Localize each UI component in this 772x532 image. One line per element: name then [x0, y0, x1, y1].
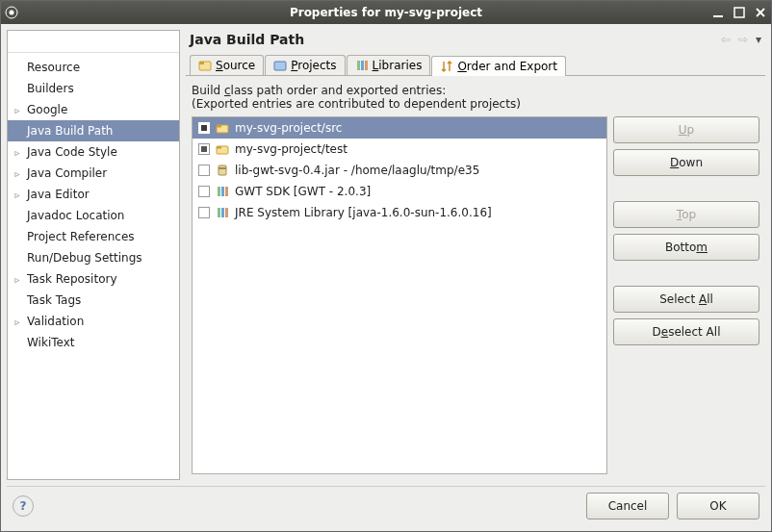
category-label: Resource	[27, 61, 80, 74]
tab-order-and-export[interactable]: Order and Export	[431, 56, 566, 76]
svg-rect-16	[219, 165, 226, 175]
svg-rect-7	[199, 62, 204, 64]
tab-label: Projects	[291, 59, 336, 72]
cancel-button[interactable]: Cancel	[586, 493, 669, 519]
category-item[interactable]: ▹Java Editor	[8, 184, 179, 205]
help-button[interactable]: ?	[13, 495, 34, 517]
svg-rect-9	[357, 61, 360, 70]
back-icon[interactable]: ⇦	[721, 33, 731, 46]
projects-tab-icon	[273, 59, 287, 72]
select-all-button[interactable]: Select All	[613, 286, 759, 313]
tab-label: Libraries	[373, 59, 423, 72]
top-button[interactable]: Top	[613, 201, 759, 228]
tab-libraries[interactable]: Libraries	[347, 55, 431, 75]
category-item[interactable]: Builders	[8, 78, 179, 99]
export-checkbox[interactable]	[198, 186, 210, 197]
classpath-entry[interactable]: JRE System Library [java-1.6.0-sun-1.6.0…	[193, 202, 606, 223]
category-label: Java Build Path	[27, 124, 113, 138]
category-item[interactable]: ▹Java Code Style	[8, 141, 179, 163]
order-export-panel: Build class path order and exported entr…	[186, 76, 765, 480]
library-icon	[216, 206, 229, 219]
forward-icon[interactable]: ⇨	[738, 33, 748, 46]
tab-bar: SourceProjectsLibrariesOrder and Export	[186, 55, 765, 76]
main-panel: Java Build Path ⇦ ⇨ ▾ SourceProjectsLibr…	[186, 30, 765, 480]
entry-label: JRE System Library [java-1.6.0-sun-1.6.0…	[235, 206, 492, 219]
list-area: my-svg-project/srcmy-svg-project/testlib…	[192, 116, 759, 474]
entry-label: my-svg-project/src	[235, 121, 342, 135]
jar-icon	[216, 164, 229, 177]
classpath-entry[interactable]: lib-gwt-svg-0.4.jar - /home/laaglu/tmp/e…	[193, 160, 606, 181]
ok-button[interactable]: OK	[677, 493, 759, 519]
category-tree[interactable]: ResourceBuilders▹GoogleJava Build Path▹J…	[8, 53, 179, 479]
app-icon	[5, 6, 18, 19]
maximize-button[interactable]	[733, 6, 746, 19]
category-item[interactable]: ▹Task Repository	[8, 268, 179, 290]
category-label: Task Repository	[27, 272, 117, 286]
up-button[interactable]: Up	[613, 116, 759, 143]
svg-rect-13	[217, 125, 221, 128]
tab-projects[interactable]: Projects	[265, 55, 345, 75]
close-button[interactable]	[754, 6, 767, 19]
category-label: Builders	[27, 82, 74, 95]
svg-rect-3	[734, 8, 744, 17]
source-tab-icon	[198, 59, 212, 72]
export-checkbox[interactable]	[198, 165, 210, 176]
export-checkbox[interactable]	[198, 207, 210, 218]
export-checkbox[interactable]	[198, 122, 210, 134]
category-item[interactable]: Run/Debug Settings	[8, 247, 179, 268]
category-item[interactable]: ▹Validation	[8, 311, 179, 332]
category-label: Task Tags	[27, 293, 81, 307]
category-label: Project References	[27, 230, 135, 243]
entry-label: lib-gwt-svg-0.4.jar - /home/laaglu/tmp/e…	[235, 164, 479, 177]
titlebar[interactable]: Properties for my-svg-project	[1, 1, 771, 24]
menu-chevron-icon[interactable]: ▾	[756, 33, 761, 46]
category-label: Java Compiler	[27, 166, 107, 180]
svg-rect-2	[713, 15, 723, 17]
minimize-button[interactable]	[711, 6, 725, 19]
category-label: Run/Debug Settings	[27, 251, 142, 265]
expand-arrow-icon: ▹	[12, 105, 23, 115]
expand-arrow-icon: ▹	[12, 317, 23, 327]
svg-rect-23	[225, 208, 228, 217]
svg-rect-11	[365, 61, 368, 70]
classpath-entry-list[interactable]: my-svg-project/srcmy-svg-project/testlib…	[192, 116, 607, 474]
category-label: Java Code Style	[27, 145, 117, 159]
svg-point-1	[10, 11, 14, 15]
category-item[interactable]: WikiText	[8, 332, 179, 353]
description-line: Build class path order and exported entr…	[192, 84, 759, 97]
bottom-button[interactable]: Bottom	[613, 234, 759, 261]
category-item[interactable]: Javadoc Location	[8, 205, 179, 226]
package-icon	[216, 142, 229, 156]
entry-label: GWT SDK [GWT - 2.0.3]	[235, 185, 371, 198]
category-filter-input[interactable]	[8, 31, 179, 53]
svg-rect-21	[218, 208, 220, 217]
category-label: Javadoc Location	[27, 209, 124, 222]
expand-arrow-icon: ▹	[12, 168, 23, 179]
category-item[interactable]: Task Tags	[8, 290, 179, 311]
window-controls	[711, 6, 767, 19]
classpath-entry[interactable]: GWT SDK [GWT - 2.0.3]	[193, 181, 606, 202]
library-icon	[216, 185, 229, 198]
export-checkbox[interactable]	[198, 143, 210, 155]
category-item[interactable]: ▹Java Compiler	[8, 163, 179, 184]
footer-buttons: Cancel OK	[586, 493, 759, 519]
category-item[interactable]: Resource	[8, 57, 179, 78]
svg-rect-19	[221, 187, 224, 196]
classpath-entry[interactable]: my-svg-project/src	[193, 117, 606, 139]
category-item[interactable]: ▹Google	[8, 99, 179, 120]
tab-source[interactable]: Source	[190, 55, 264, 75]
tab-label: Source	[216, 59, 255, 72]
down-button[interactable]: Down	[613, 149, 759, 176]
category-label: Google	[27, 103, 67, 116]
classpath-entry[interactable]: my-svg-project/test	[193, 139, 606, 160]
svg-rect-8	[274, 62, 286, 70]
category-item[interactable]: Java Build Path	[8, 120, 179, 141]
body-row: ResourceBuilders▹GoogleJava Build Path▹J…	[7, 30, 765, 480]
expand-arrow-icon: ▹	[12, 274, 23, 285]
tab-label: Order and Export	[457, 60, 557, 73]
description-subline: (Exported entries are contributed to dep…	[192, 97, 759, 111]
dialog-footer: ? Cancel OK	[7, 486, 765, 525]
deselect-all-button[interactable]: Deselect All	[613, 318, 759, 345]
main-header: Java Build Path ⇦ ⇨ ▾	[186, 30, 765, 55]
category-item[interactable]: Project References	[8, 226, 179, 247]
